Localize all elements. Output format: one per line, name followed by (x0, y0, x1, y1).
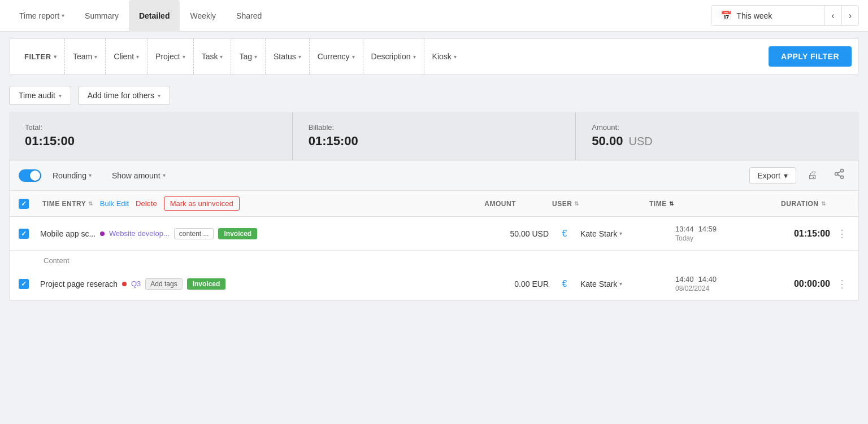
time-column-header: TIME ⇅ (649, 200, 740, 208)
duration-column-header: DURATION ⇅ (747, 200, 826, 208)
row-user: Kate Stark ▾ (580, 279, 671, 289)
apply-filter-button[interactable]: APPLY FILTER (769, 46, 852, 67)
export-button[interactable]: Export ▾ (749, 167, 796, 184)
currency-icon[interactable]: € (562, 229, 567, 239)
filter-chevron-icon: ▾ (54, 54, 57, 60)
share-button[interactable] (829, 166, 849, 185)
duration-value: 00:00:00 (794, 279, 830, 289)
row-time: 14:40 14:40 08/02/2024 (675, 275, 766, 292)
total-card: Total: 01:15:00 (9, 112, 293, 160)
row-duration: 00:00:00 ⋮ (770, 278, 849, 290)
add-tags-button[interactable]: Add tags (145, 278, 182, 290)
time-entry-column-header: TIME ENTRY ⇅ (42, 200, 93, 208)
filter-kiosk[interactable]: Kiosk ▾ (424, 39, 465, 74)
rounding-button[interactable]: Rounding ▾ (46, 168, 98, 183)
prev-week-button[interactable]: ‹ (824, 6, 841, 25)
chevron-down-icon: ▾ (163, 172, 166, 178)
user-chevron-icon: ▾ (619, 230, 622, 237)
entry-name: Project page reserach (40, 279, 118, 289)
entry-dot (100, 231, 105, 236)
chevron-down-icon: ▾ (94, 54, 97, 60)
print-button[interactable]: 🖨 (803, 167, 822, 183)
sort-icon-active: ⇅ (669, 200, 674, 207)
amount-currency: USD (629, 135, 653, 147)
entry-project[interactable]: Website develop... (109, 229, 170, 238)
total-value: 01:15:00 (25, 134, 276, 148)
chevron-down-icon: ▾ (62, 12, 64, 19)
table-row: Mobile app sc... Website develop... cont… (10, 217, 858, 251)
billable-card: Billable: 01:15:00 (293, 112, 576, 160)
tab-weekly[interactable]: Weekly (180, 0, 226, 32)
date-nav-label[interactable]: 📅 This week (711, 6, 824, 25)
user-column-header: USER ⇅ (552, 200, 643, 208)
filter-tag[interactable]: Tag ▾ (231, 39, 266, 74)
filter-currency[interactable]: Currency ▾ (310, 39, 363, 74)
add-time-for-others-button[interactable]: Add time for others ▾ (78, 86, 170, 105)
filter-description[interactable]: Description ▾ (363, 39, 424, 74)
duration-value: 01:15:00 (794, 229, 830, 239)
filter-client[interactable]: Client ▾ (106, 39, 147, 74)
row-checkbox[interactable] (19, 279, 29, 289)
time-audit-button[interactable]: Time audit ▾ (9, 86, 71, 105)
chevron-down-icon: ▾ (220, 54, 223, 60)
table-row: Project page reserach Q3 Add tags Invoic… (10, 267, 858, 300)
tab-detailed[interactable]: Detailed (129, 0, 180, 32)
rounding-toggle-wrap: Rounding ▾ (19, 168, 98, 183)
entry-tag[interactable]: content ... (174, 228, 214, 239)
filter-team[interactable]: Team ▾ (65, 39, 106, 74)
svg-line-4 (837, 171, 841, 173)
row-entry: Mobile app sc... Website develop... cont… (40, 228, 465, 239)
invoiced-badge: Invoiced (187, 278, 226, 290)
time-date: Today (675, 234, 766, 242)
currency-icon[interactable]: € (562, 279, 567, 289)
row-user: Kate Stark ▾ (580, 229, 671, 238)
row-entry: Project page reserach Q3 Add tags Invoic… (40, 278, 465, 290)
time-end: 14:40 (698, 275, 717, 283)
billable-value: 01:15:00 (309, 134, 560, 148)
nav-tabs: Time report ▾ Summary Detailed Weekly Sh… (9, 0, 272, 32)
entry-name: Mobile app sc... (40, 229, 96, 238)
time-date: 08/02/2024 (675, 285, 766, 292)
table-section: Rounding ▾ Show amount ▾ Export ▾ 🖨 TIME… (9, 160, 859, 301)
sort-icon: ⇅ (821, 200, 826, 207)
tab-shared[interactable]: Shared (226, 0, 272, 32)
chevron-down-icon: ▾ (183, 54, 185, 60)
row-duration: 01:15:00 ⋮ (770, 228, 849, 240)
filter-label[interactable]: FILTER ▾ (16, 39, 65, 74)
row-time: 13:44 14:59 Today (675, 225, 766, 242)
chevron-down-icon: ▾ (254, 54, 257, 60)
next-week-button[interactable]: › (841, 6, 858, 25)
chevron-down-icon: ▾ (89, 172, 92, 178)
top-navigation: Time report ▾ Summary Detailed Weekly Sh… (0, 0, 868, 32)
bulk-delete-button[interactable]: Delete (136, 199, 157, 208)
sort-icon: ⇅ (88, 200, 93, 207)
more-options-button[interactable]: ⋮ (835, 228, 849, 240)
rounding-toggle[interactable] (19, 169, 41, 182)
amount-card: Amount: 50.00 USD (576, 112, 859, 160)
chevron-down-icon: ▾ (352, 54, 355, 60)
tab-summary[interactable]: Summary (75, 0, 129, 32)
select-all-checkbox[interactable] (19, 199, 29, 209)
filter-task[interactable]: Task ▾ (194, 39, 232, 74)
chevron-down-icon: ▾ (413, 54, 416, 60)
filter-status[interactable]: Status ▾ (266, 39, 310, 74)
show-amount-button[interactable]: Show amount ▾ (105, 168, 172, 183)
row-currency[interactable]: € (553, 229, 576, 239)
chevron-down-icon: ▾ (59, 93, 62, 99)
filter-project[interactable]: Project ▾ (147, 39, 194, 74)
time-start: 13:44 (675, 225, 694, 233)
row-currency[interactable]: € (553, 279, 576, 289)
total-label: Total: (25, 123, 276, 132)
summary-section: Total: 01:15:00 Billable: 01:15:00 Amoun… (9, 112, 859, 160)
amount-value: 50.00 USD (592, 134, 843, 148)
bulk-edit-button[interactable]: Bulk Edit (100, 199, 129, 208)
amount-label: Amount: (592, 123, 843, 132)
entry-dot (122, 282, 127, 286)
time-end: 14:59 (698, 225, 717, 233)
row-checkbox[interactable] (19, 229, 29, 239)
row-amount: 50.00 USD (470, 229, 549, 238)
tab-time-report[interactable]: Time report ▾ (9, 0, 75, 32)
mark-uninvoiced-button[interactable]: Mark as uninvoiced (164, 196, 240, 211)
more-options-button[interactable]: ⋮ (835, 278, 849, 290)
entry-project[interactable]: Q3 (131, 279, 141, 288)
